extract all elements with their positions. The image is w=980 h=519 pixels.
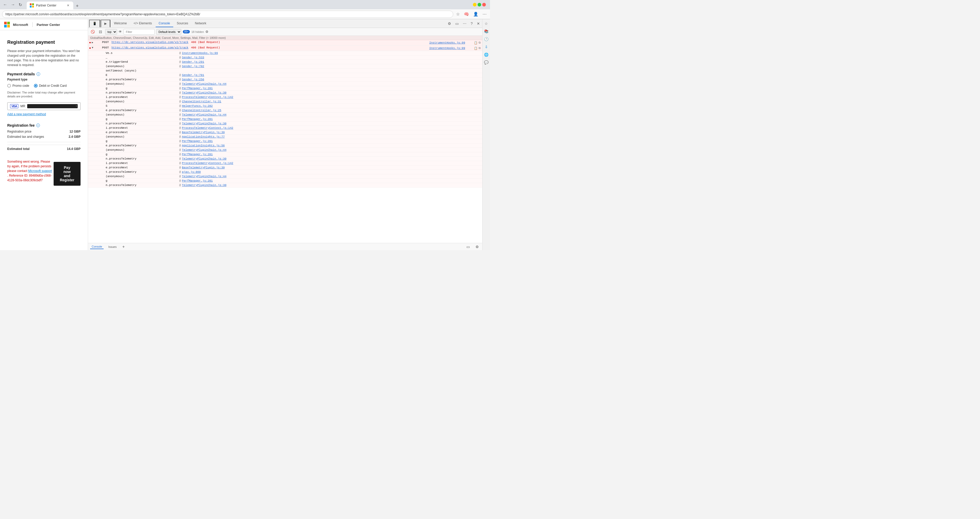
stack-file-5[interactable]: Sender.js:701 xyxy=(182,73,204,76)
expand-icon-1[interactable]: ▶ xyxy=(92,41,93,44)
stack-file-9[interactable]: TelemetryPluginChain.js:30 xyxy=(182,91,227,94)
add-payment-link[interactable]: Add a new payment method xyxy=(7,112,46,116)
open-icon-2[interactable]: ⧉ xyxy=(479,47,480,50)
stack-file-25[interactable]: ProcessTelemetryContext.js:142 xyxy=(182,162,233,165)
stack-file-8[interactable]: PerfManager.js:201 xyxy=(182,87,213,90)
minimize-button[interactable] xyxy=(473,3,477,6)
footer-dock-bottom-icon[interactable]: ▭ xyxy=(465,244,471,250)
footer-settings-icon[interactable]: ⚙ xyxy=(474,244,480,250)
payment-details-info-icon[interactable]: i xyxy=(37,72,40,76)
stack-file-20[interactable]: PerfManager.js:201 xyxy=(182,140,213,143)
profile-button[interactable]: 👤 xyxy=(472,11,480,17)
stack-indent-22 xyxy=(88,148,103,152)
reg-fee-label: Registration fee xyxy=(7,123,35,127)
microsoft-support-link[interactable]: Microsoft support xyxy=(28,169,52,173)
stack-file-15[interactable]: PerfManager.js:201 xyxy=(182,118,213,121)
stack-file-2[interactable]: Sender.js:291 xyxy=(182,60,204,64)
new-tab-button[interactable]: + xyxy=(74,3,80,10)
stack-file-28[interactable]: TelemetryPluginChain.js:44 xyxy=(182,175,227,178)
back-button[interactable]: ← xyxy=(2,2,8,8)
devtools-close-icon[interactable]: ✕ xyxy=(476,21,481,26)
devtools-tab-network[interactable]: Network xyxy=(192,20,210,27)
more-menu-button[interactable]: ⋯ xyxy=(481,11,488,17)
url-input[interactable] xyxy=(2,11,453,18)
add-panel-button[interactable]: + xyxy=(121,245,126,249)
copy-icon-1[interactable]: 📋 xyxy=(474,41,477,45)
devtools-settings-icon[interactable]: ⚙ xyxy=(447,21,452,26)
stack-file-17[interactable]: ProcessTelemetryContext.js:142 xyxy=(182,126,233,129)
stack-file-13[interactable]: ChannelController.js:25 xyxy=(182,109,221,112)
stack-file-19[interactable]: ApplicationInsights.js:77 xyxy=(182,135,225,138)
browser-tab-partner-center[interactable]: Partner Center ✕ xyxy=(27,2,73,10)
sidebar-favorites-icon[interactable]: ☆ xyxy=(483,20,490,27)
stack-at-23: @ xyxy=(179,153,181,156)
console-gear-button[interactable]: ⚙ xyxy=(205,30,208,33)
devtools-tab-welcome[interactable]: Welcome xyxy=(111,20,130,27)
forward-button[interactable]: → xyxy=(10,2,16,8)
stack-body-9: n.processTelemetry@TelemetryPluginChain.… xyxy=(103,91,482,95)
promo-code-radio[interactable]: Promo code xyxy=(7,84,29,88)
tab-close-button[interactable]: ✕ xyxy=(66,3,70,8)
devtools-tab-device[interactable]: 📱 xyxy=(89,20,100,27)
pay-now-register-button[interactable]: Pay now and Register xyxy=(54,162,81,186)
devtools-tab-sources[interactable]: Sources xyxy=(174,20,191,27)
stack-file-18[interactable]: BaseTelemetryPlugin.js:39 xyxy=(182,131,225,134)
reg-fee-info-icon[interactable]: i xyxy=(36,124,40,127)
devtools-dock-icon[interactable]: ▭ xyxy=(454,21,460,26)
console-toggle-button[interactable]: ⛝ xyxy=(97,29,103,35)
stack-file-1[interactable]: Sender.js:533 xyxy=(182,56,204,59)
stack-indent-12 xyxy=(88,104,103,108)
stack-file-14[interactable]: TelemetryPluginChain.js:44 xyxy=(182,113,227,116)
context-selector[interactable]: top xyxy=(105,29,117,35)
stack-file-26[interactable]: BaseTelemetryPlugin.js:39 xyxy=(182,166,225,169)
reload-button[interactable]: ↻ xyxy=(18,2,23,8)
sidebar-collections-icon[interactable]: 📚 xyxy=(483,28,490,35)
stack-file-11[interactable]: ChannelController.js:31 xyxy=(182,100,221,103)
console-filter-input[interactable] xyxy=(124,29,154,35)
open-icon-1[interactable]: ⧉ xyxy=(479,41,480,44)
bookmark-button[interactable]: ☆ xyxy=(455,11,461,17)
stack-file-22[interactable]: TelemetryPluginChain.js:44 xyxy=(182,148,227,151)
devtools-tab-inspect[interactable]: ▶ xyxy=(101,20,110,27)
stack-file-0[interactable]: InstrumentHooks.js:99 xyxy=(182,51,218,55)
post-url-1[interactable]: https://dc.services.visualstudio.com/v2/… xyxy=(111,41,188,44)
stack-file-30[interactable]: TelemetryPluginChain.js:30 xyxy=(182,184,227,187)
stack-file-7[interactable]: TelemetryPluginChain.js:44 xyxy=(182,82,227,86)
console-clear-button[interactable]: 🚫 xyxy=(90,29,96,34)
stack-file-3[interactable]: Sender.js:702 xyxy=(182,65,204,68)
stack-indent-5 xyxy=(88,73,103,77)
stack-file-29[interactable]: PerfManager.js:201 xyxy=(182,179,213,182)
console-level-select[interactable]: Default levels xyxy=(156,29,181,35)
bottom-action-row: Something went wrong. Please try again, … xyxy=(7,156,81,186)
stack-file-23[interactable]: PerfManager.js:201 xyxy=(182,153,213,156)
stack-file-27[interactable]: ajax.js:860 xyxy=(182,170,201,174)
copy-icon-2[interactable]: 📋 xyxy=(474,47,477,50)
sidebar-downloads-icon[interactable]: ⇩ xyxy=(483,43,490,50)
source-link-1[interactable]: InstrumentHooks.js:99 xyxy=(429,41,473,44)
devtools-more-icon[interactable]: ⋯ xyxy=(461,21,468,26)
console-eye-button[interactable]: 👁 xyxy=(119,30,122,33)
footer-tab-issues[interactable]: Issues xyxy=(107,245,118,249)
devtools-tab-console[interactable]: Console xyxy=(156,20,173,27)
close-button[interactable] xyxy=(482,3,486,6)
stack-file-24[interactable]: TelemetryPluginChain.js:30 xyxy=(182,157,227,160)
stack-file-21[interactable]: ApplicationInsights.js:56 xyxy=(182,144,225,147)
sidebar-edge-icon[interactable]: 🌐 xyxy=(483,51,490,58)
sidebar-feedback-icon[interactable]: 💬 xyxy=(483,59,490,66)
extensions-button[interactable]: 🧠 xyxy=(463,11,470,17)
payment-method-selector[interactable]: VISA MR ▼ xyxy=(7,102,81,110)
stack-at-12: @ xyxy=(179,104,181,107)
maximize-button[interactable] xyxy=(477,3,481,6)
footer-tab-console[interactable]: Console xyxy=(90,245,103,249)
debit-credit-radio[interactable]: Debit or Credit Card xyxy=(34,84,67,88)
source-link-2[interactable]: InstrumentHooks.js:99 xyxy=(429,47,473,50)
stack-file-10[interactable]: ProcessTelemetryContext.js:142 xyxy=(182,96,233,99)
devtools-help-icon[interactable]: ? xyxy=(469,21,474,26)
stack-file-16[interactable]: TelemetryPluginChain.js:30 xyxy=(182,122,227,125)
post-url-2[interactable]: https://dc.services.visualstudio.com/v2/… xyxy=(111,46,188,49)
sidebar-history-icon[interactable]: 🕐 xyxy=(483,36,490,43)
expand-icon-2[interactable]: ▼ xyxy=(92,46,93,49)
stack-file-12[interactable]: HelperFuncs.js:282 xyxy=(182,104,213,107)
devtools-tab-elements[interactable]: </> Elements xyxy=(130,20,155,27)
stack-file-6[interactable]: Sender.js:256 xyxy=(182,78,204,81)
